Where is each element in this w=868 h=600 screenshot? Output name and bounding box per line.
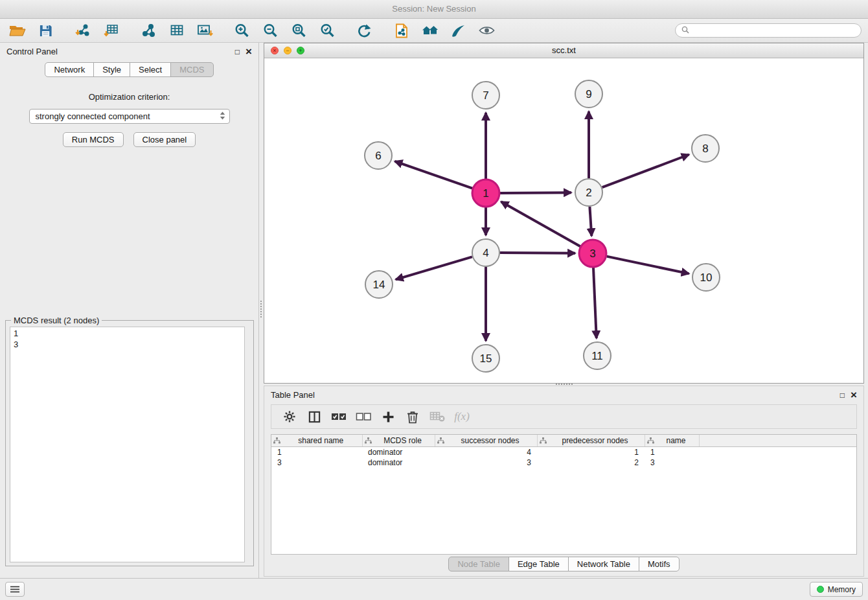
svg-text:3: 3: [589, 248, 595, 260]
svg-text:14: 14: [373, 279, 385, 291]
node-15[interactable]: 15: [472, 345, 499, 372]
edge-3-1[interactable]: [501, 202, 580, 246]
column-header-shared-name[interactable]: shared name: [271, 435, 362, 447]
sort-icon: [540, 437, 547, 444]
zoom-fit-icon[interactable]: [287, 21, 311, 41]
node-2[interactable]: 2: [575, 179, 602, 206]
deselect-all-icon[interactable]: [351, 407, 376, 426]
edge-3-11[interactable]: [593, 268, 597, 338]
column-visibility-icon[interactable]: [302, 407, 326, 426]
criterion-dropdown[interactable]: strongly connected component: [29, 109, 230, 124]
edge-1-2[interactable]: [500, 192, 571, 193]
import-network-icon[interactable]: [71, 21, 95, 41]
edge-1-6[interactable]: [395, 161, 473, 189]
node-1[interactable]: 1: [472, 179, 499, 207]
export-image-icon[interactable]: [193, 21, 217, 41]
edge-2-3[interactable]: [589, 207, 591, 236]
tab-select[interactable]: Select: [130, 62, 171, 77]
zoom-out-icon[interactable]: [258, 21, 282, 41]
refresh-icon[interactable]: [352, 21, 376, 41]
close-panel-icon[interactable]: ×: [246, 46, 252, 57]
add-column-icon[interactable]: [376, 407, 400, 426]
edge-3-10[interactable]: [607, 257, 689, 274]
open-session-icon[interactable]: [5, 21, 29, 41]
memory-status-icon: [817, 586, 824, 593]
network-canvas[interactable]: 7968124314101511: [264, 58, 863, 383]
column-header-MCDS-role[interactable]: MCDS role: [362, 435, 435, 447]
table-row[interactable]: 1dominator411: [271, 447, 856, 458]
column-header-name[interactable]: name: [645, 435, 699, 447]
edge-2-8[interactable]: [602, 155, 689, 188]
window-close-icon[interactable]: ×: [271, 47, 279, 54]
node-11[interactable]: 11: [584, 342, 611, 369]
splitter-grip-icon: [260, 301, 262, 317]
table-tab-motifs[interactable]: Motifs: [639, 557, 680, 571]
sort-icon: [437, 437, 444, 444]
control-panel-title: Control Panel: [6, 47, 235, 56]
window-title: Session: New Session: [392, 4, 475, 14]
table-tab-node-table[interactable]: Node Table: [448, 557, 509, 571]
svg-text:1: 1: [483, 187, 488, 200]
table-toolbar: f(x): [271, 404, 857, 429]
import-table-icon[interactable]: [99, 21, 123, 41]
network-window-titlebar[interactable]: × − + scc.txt: [264, 43, 863, 58]
close-panel-button[interactable]: Close panel: [133, 132, 196, 147]
toolbar-icon-group: [5, 21, 503, 41]
node-3[interactable]: 3: [579, 240, 606, 267]
layout-home-icon[interactable]: [418, 21, 442, 41]
tab-style[interactable]: Style: [93, 62, 130, 77]
mcds-result-group: MCDS result (2 nodes) 13: [5, 320, 254, 566]
column-header-successor-nodes[interactable]: successor nodes: [435, 435, 537, 447]
copy-document-icon[interactable]: [389, 21, 413, 41]
run-mcds-button[interactable]: Run MCDS: [63, 132, 124, 147]
table-tab-edge-table[interactable]: Edge Table: [508, 557, 569, 571]
table-row[interactable]: 3dominator323: [271, 457, 856, 468]
window-titlebar: Session: New Session: [0, 0, 868, 19]
edge-4-14[interactable]: [396, 257, 472, 279]
table-tab-network-table[interactable]: Network Table: [568, 557, 639, 571]
memory-button[interactable]: Memory: [810, 582, 863, 597]
sort-icon: [647, 437, 654, 444]
node-8[interactable]: 8: [692, 135, 719, 162]
new-network-icon[interactable]: [136, 21, 160, 41]
ui-settings-button[interactable]: [5, 582, 25, 597]
mcds-result-title: MCDS result (2 nodes): [11, 316, 102, 325]
apply-style-icon[interactable]: [446, 21, 470, 41]
tab-mcds[interactable]: MCDS: [170, 62, 213, 77]
delete-column-icon[interactable]: [400, 407, 425, 426]
vertical-splitter[interactable]: [259, 43, 264, 578]
tab-network[interactable]: Network: [45, 62, 94, 77]
control-panel: Control Panel □ × NetworkStyleSelectMCDS…: [0, 43, 259, 578]
window-zoom-icon[interactable]: +: [297, 47, 304, 54]
sort-icon: [365, 437, 372, 444]
show-graphics-icon[interactable]: [475, 21, 499, 41]
node-7[interactable]: 7: [472, 82, 499, 109]
edge-4-3[interactable]: [500, 253, 575, 253]
select-all-icon[interactable]: [326, 407, 351, 426]
dropdown-stepper-icon: [220, 111, 225, 122]
table-settings-icon[interactable]: [277, 407, 302, 426]
zoom-selected-icon[interactable]: [315, 21, 339, 41]
svg-text:7: 7: [483, 89, 488, 102]
new-table-icon[interactable]: [165, 21, 188, 41]
node-table-container: shared nameMCDS rolesuccessor nodesprede…: [271, 434, 857, 555]
column-header-predecessor-nodes[interactable]: predecessor nodes: [537, 435, 645, 447]
function-builder-icon: f(x): [450, 407, 474, 426]
mcds-result-list[interactable]: 13: [10, 327, 245, 562]
node-4[interactable]: 4: [472, 239, 499, 266]
close-table-panel-icon[interactable]: ×: [851, 389, 857, 400]
node-table: shared nameMCDS rolesuccessor nodesprede…: [271, 435, 856, 468]
table-panel-title: Table Panel: [271, 390, 840, 400]
network-window-title: scc.txt: [552, 45, 576, 55]
float-panel-icon[interactable]: □: [235, 48, 240, 56]
search-input[interactable]: [693, 25, 855, 36]
search-box[interactable]: [675, 23, 862, 38]
zoom-in-icon[interactable]: [230, 21, 254, 41]
node-6[interactable]: 6: [365, 142, 392, 169]
window-minimize-icon[interactable]: −: [284, 47, 291, 54]
node-9[interactable]: 9: [575, 80, 602, 108]
float-table-panel-icon[interactable]: □: [840, 391, 845, 399]
save-session-icon[interactable]: [34, 21, 58, 41]
node-14[interactable]: 14: [365, 271, 393, 298]
node-10[interactable]: 10: [692, 264, 720, 291]
